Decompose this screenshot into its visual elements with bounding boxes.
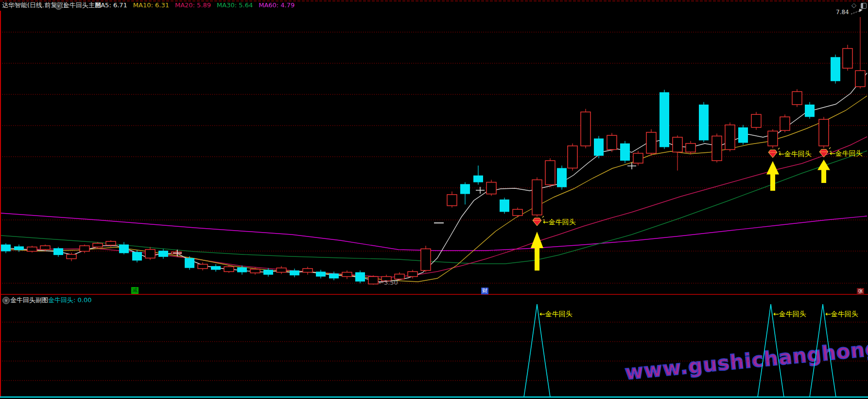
ma-lines [1,73,867,282]
chevron-down-icon[interactable]: ∨ [2,297,10,304]
ma-value: MA60: 4.79 [259,1,295,9]
signal-label: ←金牛回头 [779,150,812,159]
sub-signal-label: ←金牛回头 [539,310,573,319]
annotation-arrow [851,11,860,14]
chart-canvas[interactable] [0,0,868,399]
sub-signal-label: ←金牛回头 [773,310,806,319]
sub-indicator-line [0,304,868,397]
event-badge[interactable]: 减 [131,287,139,294]
sub-signal-label: ←金牛回头 [825,310,858,319]
split-panel-icon[interactable] [861,3,867,9]
low-price-label: ←3.50 [379,279,398,286]
ma-values: MA5: 6.71MA10: 6.31MA20: 5.89MA30: 5.64M… [95,0,300,11]
ma-value: MA5: 6.71 [95,1,127,9]
signal-label: ←金牛回头 [543,218,576,227]
trading-app-window: { "top_bar": { "title": "达华智能(日线.前复权)", … [0,0,868,399]
signal-label: ←金牛回头 [830,149,863,158]
candles [1,17,865,285]
event-badge[interactable]: 财 [481,288,488,294]
diamond-outline-icon[interactable]: ◇ [851,1,856,9]
gridlines [0,1,868,381]
ma-value: MA20: 5.89 [175,1,211,9]
event-badge[interactable]: 张 [857,288,864,295]
ma-value: MA30: 5.64 [217,1,253,9]
price-annotation: 7.84 [836,9,849,16]
sub-indicator-value: 金牛回头: 0.00 [48,295,91,306]
chevron-down-icon[interactable]: ∨ [55,2,62,10]
sub-indicator-name: 金牛回头副图 [10,295,48,306]
ma-value: MA10: 6.31 [133,1,169,9]
